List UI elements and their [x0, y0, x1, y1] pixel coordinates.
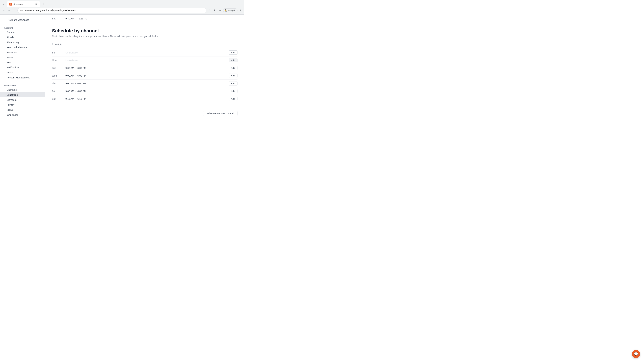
- reload-button[interactable]: ↻: [12, 8, 17, 13]
- main-content: Sat 9:30 AM - 6:15 PM Schedule by channe…: [45, 14, 244, 137]
- sidebar-item-billing[interactable]: Billing: [0, 107, 45, 112]
- sidebar-item-members[interactable]: Members: [0, 97, 45, 102]
- account-section-label: Account: [0, 25, 45, 30]
- add-button-sat[interactable]: Add: [228, 97, 238, 101]
- new-tab-button[interactable]: +: [41, 2, 46, 6]
- sidebar-item-focus[interactable]: Focus: [0, 55, 45, 60]
- day-label: Thu: [52, 82, 66, 85]
- workspace-section-label: Workspace: [0, 83, 45, 87]
- time-range: 9:15 AM - 6:15 PM: [66, 97, 228, 100]
- add-button-thu[interactable]: Add: [228, 81, 238, 85]
- table-row: Tue 9:00 AM - 6:00 PM Add: [52, 64, 238, 72]
- day-label: Sat: [52, 97, 66, 100]
- schedule-table: Sun Unavailable Add Mon Unavailable Add …: [52, 49, 238, 103]
- forward-button[interactable]: →: [7, 8, 12, 13]
- return-label: Return to workspace: [8, 18, 29, 21]
- sidebar-item-keyboard-shortcuts[interactable]: Keyboard Shortcuts: [0, 45, 45, 50]
- table-row: Mon Unavailable Add: [52, 56, 238, 64]
- channel-name: Middle: [55, 43, 62, 46]
- incognito-badge: 🕵 Incognito: [223, 8, 238, 12]
- sidebar-item-label: General: [7, 31, 15, 34]
- add-button-sun[interactable]: Add: [228, 50, 238, 55]
- time-range: Unavailable: [66, 51, 228, 54]
- sat-time-range: 9:30 AM - 6:15 PM: [66, 17, 88, 20]
- sidebar-item-workspace[interactable]: Workspace: [0, 112, 45, 117]
- table-row: Sat 9:15 AM - 6:15 PM Add: [52, 95, 238, 103]
- sidebar-item-label: Workspace: [7, 114, 18, 116]
- app-layout: ← Return to workspace Account General Ri…: [0, 14, 244, 137]
- menu-button[interactable]: ⋮: [238, 8, 243, 13]
- channel-block: # Middle Sun Unavailable Add Mon Unavail…: [52, 43, 238, 103]
- channel-hash-icon: #: [52, 43, 54, 46]
- add-button-mon[interactable]: Add: [228, 58, 238, 62]
- back-button[interactable]: ←: [1, 8, 6, 13]
- time-range: 9:00 AM - 6:00 PM: [66, 67, 228, 69]
- sidebar-item-label: Account Management: [7, 76, 30, 79]
- tab-search-button[interactable]: ⧉: [218, 8, 222, 13]
- active-tab[interactable]: S Sunsama ✕: [7, 1, 40, 7]
- sidebar-item-timeboxing[interactable]: Timeboxing: [0, 40, 45, 45]
- section-title: Schedule by channel: [52, 28, 238, 33]
- address-bar-row: ← → ↻ ☆ ⬇ ⧉ 🕵 Incognito ⋮: [0, 7, 244, 14]
- sidebar-item-label: Focus: [7, 56, 13, 59]
- sidebar-item-label: Beta: [7, 61, 12, 64]
- tab-close-button[interactable]: ✕: [34, 3, 38, 6]
- sidebar-item-label: Profile: [7, 71, 14, 74]
- download-button[interactable]: ⬇: [212, 8, 217, 13]
- sidebar-item-privacy[interactable]: Privacy: [0, 102, 45, 107]
- add-button-fri[interactable]: Add: [228, 89, 238, 93]
- table-row: Fri 9:00 AM - 6:00 PM Add: [52, 87, 238, 95]
- tab-title: Sunsama: [14, 3, 33, 5]
- sidebar-item-schedules[interactable]: Schedules: [0, 92, 45, 97]
- tab-back-arrow[interactable]: ‹: [1, 2, 6, 6]
- sidebar-item-label: Channels: [7, 88, 16, 91]
- sidebar-item-label: Timeboxing: [7, 41, 19, 44]
- channel-name-row: # Middle: [52, 43, 238, 46]
- sidebar-item-beta[interactable]: Beta: [0, 60, 45, 65]
- schedule-another-channel-button[interactable]: Schedule another channel: [203, 111, 238, 116]
- incognito-label: Incognito: [228, 9, 236, 11]
- address-bar[interactable]: [18, 8, 206, 13]
- url-input[interactable]: [20, 9, 204, 12]
- sidebar-item-account-management[interactable]: Account Management: [0, 75, 45, 80]
- time-range: Unavailable: [66, 59, 228, 62]
- day-label: Wed: [52, 74, 66, 77]
- sidebar-item-label: Focus Bar: [7, 51, 18, 54]
- sidebar-item-channels[interactable]: Channels: [0, 87, 45, 92]
- sidebar-item-label: Privacy: [7, 104, 14, 106]
- add-button-tue[interactable]: Add: [228, 66, 238, 70]
- incognito-icon: 🕵: [224, 9, 227, 11]
- sidebar-item-general[interactable]: General: [0, 30, 45, 35]
- sidebar-item-notifications[interactable]: Notifications: [0, 65, 45, 70]
- day-label: Tue: [52, 67, 66, 69]
- time-range: 9:00 AM - 6:00 PM: [66, 82, 228, 85]
- browser-chrome: ‹ S Sunsama ✕ + ← → ↻ ☆ ⬇ ⧉ 🕵 Incognito …: [0, 0, 244, 14]
- return-to-workspace-link[interactable]: ← Return to workspace: [0, 17, 45, 23]
- tab-bar: ‹ S Sunsama ✕ +: [0, 0, 244, 7]
- sidebar-item-label: Notifications: [7, 66, 20, 69]
- sidebar-item-profile[interactable]: Profile: [0, 70, 45, 75]
- sidebar-item-label: Rituals: [7, 36, 14, 39]
- sat-day-label: Sat: [52, 17, 66, 20]
- day-label: Fri: [52, 90, 66, 92]
- bookmark-button[interactable]: ☆: [207, 8, 212, 13]
- sidebar-item-label: Keyboard Shortcuts: [7, 46, 27, 49]
- sidebar-item-label: Schedules: [7, 93, 18, 96]
- time-range: 9:00 AM - 6:00 PM: [66, 74, 228, 77]
- sat-scrolled-row: Sat 9:30 AM - 6:15 PM: [52, 14, 238, 23]
- section-description: Controls auto-scheduling times on a per-…: [52, 35, 238, 37]
- sidebar-item-focus-bar[interactable]: Focus Bar: [0, 50, 45, 55]
- table-row: Thu 9:00 AM - 6:00 PM Add: [52, 79, 238, 87]
- tab-favicon: S: [10, 3, 12, 5]
- add-button-wed[interactable]: Add: [228, 73, 238, 78]
- time-range: 9:00 AM - 6:00 PM: [66, 90, 228, 92]
- sidebar: ← Return to workspace Account General Ri…: [0, 14, 45, 137]
- day-label: Mon: [52, 59, 66, 62]
- table-row: Wed 9:00 AM - 6:00 PM Add: [52, 72, 238, 79]
- day-label: Sun: [52, 51, 66, 54]
- arrow-left-icon: ←: [4, 18, 6, 21]
- sidebar-item-label: Members: [7, 98, 16, 101]
- sidebar-item-rituals[interactable]: Rituals: [0, 35, 45, 40]
- browser-actions: ☆ ⬇ ⧉ 🕵 Incognito ⋮: [207, 8, 243, 13]
- table-row: Sun Unavailable Add: [52, 49, 238, 56]
